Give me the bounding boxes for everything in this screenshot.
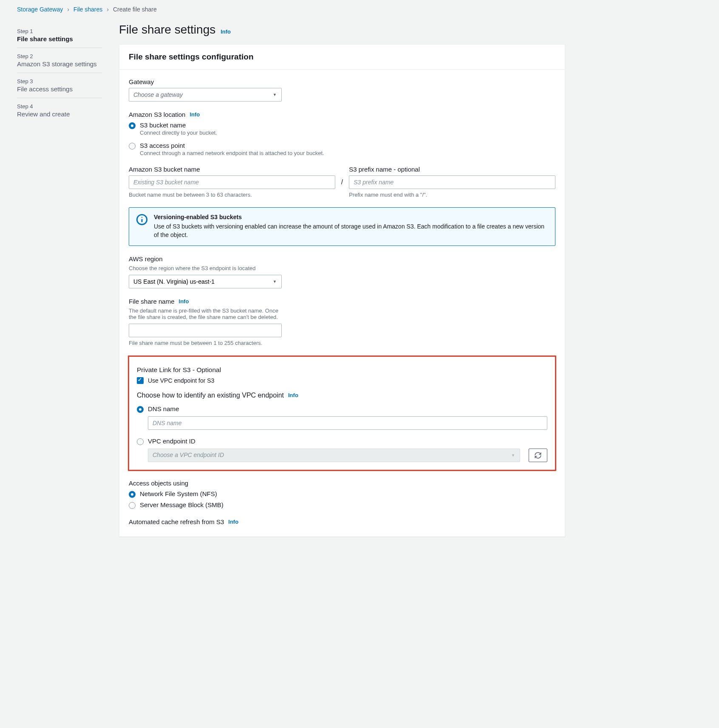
share-name-label: File share name xyxy=(129,298,175,305)
step-3[interactable]: Step 3 File access settings xyxy=(17,73,102,98)
prefix-hint: Prefix name must end with a "/". xyxy=(349,192,555,198)
breadcrumb: Storage Gateway › File shares › Create f… xyxy=(0,0,719,19)
radio-s3-bucket-name[interactable] xyxy=(129,122,136,129)
private-link-heading: Private Link for S3 - Optional xyxy=(137,366,547,374)
breadcrumb-link-storage-gateway[interactable]: Storage Gateway xyxy=(17,6,63,13)
s3-location-label: Amazon S3 location xyxy=(129,111,185,118)
share-name-desc: The default name is pre-filled with the … xyxy=(129,308,282,320)
info-link-title[interactable]: Info xyxy=(221,28,231,35)
gateway-select[interactable]: Choose a gateway xyxy=(129,88,282,102)
prefix-input[interactable] xyxy=(349,175,555,189)
info-link-s3location[interactable]: Info xyxy=(190,111,200,118)
bucket-name-input[interactable] xyxy=(129,175,335,189)
info-link-cache[interactable]: Info xyxy=(228,519,238,525)
radio-smb[interactable] xyxy=(129,502,136,509)
share-name-hint: File share name must be between 1 to 255… xyxy=(129,340,555,346)
breadcrumb-current: Create file share xyxy=(113,6,157,13)
info-link-vpc[interactable]: Info xyxy=(288,392,298,398)
step-4[interactable]: Step 4 Review and create xyxy=(17,98,102,123)
step-1[interactable]: Step 1 File share settings xyxy=(17,23,102,48)
info-icon xyxy=(136,214,148,226)
bucket-name-label: Amazon S3 bucket name xyxy=(129,166,335,173)
svg-point-2 xyxy=(142,217,142,218)
bucket-name-hint: Bucket name must be between 3 to 63 char… xyxy=(129,192,335,198)
region-label: AWS region xyxy=(129,255,555,262)
region-select[interactable]: US East (N. Virginia) us-east-1 xyxy=(129,275,282,288)
region-desc: Choose the region where the S3 endpoint … xyxy=(129,265,555,271)
radio-nfs[interactable] xyxy=(129,491,136,498)
info-link-sharename[interactable]: Info xyxy=(179,298,189,305)
refresh-button[interactable] xyxy=(529,449,547,462)
panel-heading: File share settings configuration xyxy=(129,52,555,62)
identify-vpc-label: Choose how to identify an existing VPC e… xyxy=(137,392,284,399)
access-label: Access objects using xyxy=(129,480,555,487)
versioning-alert: Versioning-enabled S3 buckets Use of S3 … xyxy=(129,207,555,246)
refresh-icon xyxy=(534,451,542,459)
radio-dns-name[interactable] xyxy=(137,406,144,413)
settings-panel: File share settings configuration Gatewa… xyxy=(119,44,565,537)
vpc-endpoint-id-select: Choose a VPC endpoint ID xyxy=(148,449,520,462)
chevron-right-icon: › xyxy=(67,6,69,13)
page-title: File share settings Info xyxy=(119,23,565,37)
share-name-input[interactable] xyxy=(129,324,282,337)
chevron-right-icon: › xyxy=(107,6,109,13)
use-vpc-endpoint-checkbox[interactable] xyxy=(137,377,144,384)
dns-name-input[interactable] xyxy=(148,416,547,430)
radio-s3-access-point[interactable] xyxy=(129,143,136,150)
wizard-steps: Step 1 File share settings Step 2 Amazon… xyxy=(0,19,110,550)
breadcrumb-link-file-shares[interactable]: File shares xyxy=(74,6,102,13)
gateway-label: Gateway xyxy=(129,78,555,85)
use-vpc-endpoint-label: Use VPC endpoint for S3 xyxy=(148,377,214,384)
cache-refresh-label: Automated cache refresh from S3 xyxy=(129,518,224,525)
slash-separator: / xyxy=(341,178,343,186)
radio-vpc-endpoint-id[interactable] xyxy=(137,438,144,445)
step-2[interactable]: Step 2 Amazon S3 storage settings xyxy=(17,48,102,73)
private-link-section: Private Link for S3 - Optional Use VPC e… xyxy=(128,356,556,471)
prefix-label: S3 prefix name - optional xyxy=(349,166,555,173)
